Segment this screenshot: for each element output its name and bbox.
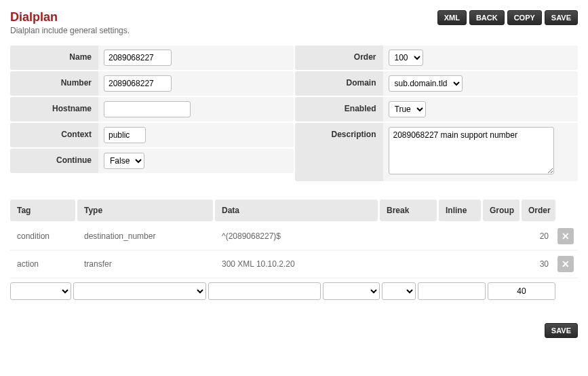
save-button-footer[interactable]: SAVE: [545, 323, 578, 338]
cell-data: 300 XML 10.10.2.20: [215, 259, 378, 269]
page-title: Dialplan: [10, 10, 130, 24]
table-row: action transfer 300 XML 10.10.2.20 30 ✕: [10, 250, 578, 278]
enabled-label: Enabled: [295, 97, 383, 121]
close-icon: ✕: [562, 259, 570, 269]
continue-label: Continue: [10, 149, 98, 173]
col-type: Type: [77, 200, 213, 221]
name-label: Name: [10, 45, 98, 70]
context-label: Context: [10, 123, 98, 147]
delete-button[interactable]: ✕: [557, 228, 574, 244]
order-select[interactable]: 100: [389, 50, 423, 66]
col-data: Data: [215, 200, 378, 221]
new-data-input[interactable]: [208, 282, 321, 300]
hostname-label: Hostname: [10, 97, 98, 121]
continue-select[interactable]: False: [104, 153, 144, 169]
description-label: Description: [295, 123, 383, 181]
copy-button[interactable]: COPY: [507, 10, 542, 25]
back-button[interactable]: BACK: [469, 10, 505, 25]
new-break-select[interactable]: [323, 282, 380, 300]
col-group: Group: [483, 200, 520, 221]
context-input[interactable]: [104, 127, 146, 143]
new-tag-select[interactable]: [10, 282, 71, 300]
table-row: condition destination_number ^(208906822…: [10, 223, 578, 250]
cell-order: 20: [522, 231, 555, 241]
enabled-select[interactable]: True: [389, 101, 426, 117]
col-inline: Inline: [439, 200, 481, 221]
hostname-input[interactable]: [104, 101, 191, 117]
page-subtitle: Dialplan include general settings.: [10, 26, 130, 35]
new-type-select[interactable]: [73, 282, 206, 300]
delete-button[interactable]: ✕: [557, 256, 574, 272]
close-icon: ✕: [562, 231, 570, 242]
col-tag: Tag: [10, 200, 75, 221]
cell-type: transfer: [77, 259, 213, 269]
name-input[interactable]: [104, 50, 172, 66]
new-order-input[interactable]: [488, 282, 555, 300]
new-row: [10, 278, 578, 304]
col-break: Break: [380, 200, 437, 221]
new-inline-select[interactable]: [382, 282, 416, 300]
cell-order: 30: [522, 259, 555, 269]
domain-label: Domain: [295, 71, 383, 96]
new-group-input[interactable]: [418, 282, 486, 300]
description-textarea[interactable]: [389, 127, 554, 174]
xml-button[interactable]: XML: [437, 10, 467, 25]
col-order: Order: [522, 200, 555, 221]
number-label: Number: [10, 71, 98, 96]
cell-data: ^(2089068227)$: [215, 231, 378, 241]
cell-tag: condition: [10, 231, 75, 241]
cell-tag: action: [10, 259, 75, 269]
number-input[interactable]: [104, 75, 172, 92]
save-button[interactable]: SAVE: [545, 10, 578, 25]
col-actions: [557, 200, 578, 221]
domain-select[interactable]: sub.domain.tld: [389, 75, 463, 92]
cell-type: destination_number: [77, 231, 213, 241]
order-label: Order: [295, 45, 383, 70]
